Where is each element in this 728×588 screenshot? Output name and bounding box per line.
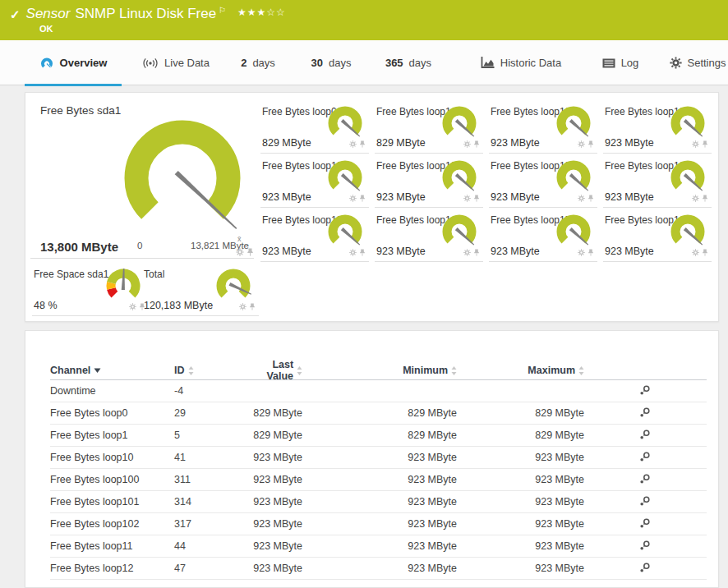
- tab-log[interactable]: Log: [597, 40, 644, 85]
- gauge-settings-gear-icon[interactable]: [692, 195, 699, 202]
- gauge-pin-icon[interactable]: [359, 195, 366, 202]
- gauge-settings-gear-icon[interactable]: [349, 140, 357, 148]
- sort-icon[interactable]: [578, 366, 584, 375]
- table-row: Free Bytes loop12 47 923 MByte 923 MByte…: [50, 558, 707, 580]
- sort-icon[interactable]: [451, 366, 457, 375]
- gauge-pin-icon[interactable]: [473, 195, 480, 202]
- channel-settings-icon[interactable]: [639, 429, 651, 443]
- sort-icon[interactable]: [297, 366, 302, 375]
- channel-name: Free Bytes loop11: [50, 540, 174, 552]
- log-icon: [602, 58, 615, 68]
- gauge-settings-gear-icon[interactable]: [578, 249, 585, 256]
- gauge-settings-gear-icon[interactable]: [129, 303, 136, 310]
- gauge-pin-icon[interactable]: [247, 248, 254, 256]
- tab-number: 30: [311, 57, 323, 69]
- gauge-chart: [326, 214, 364, 250]
- gauge-settings-gear-icon[interactable]: [463, 249, 471, 256]
- gauge-pin-icon[interactable]: [702, 195, 708, 202]
- channel-last-value: 829 MByte: [243, 407, 302, 419]
- gauge-chart: [104, 269, 142, 305]
- gauge-chart: [440, 214, 478, 250]
- status-badge: OK: [39, 24, 53, 34]
- gauge-settings-gear-icon[interactable]: [578, 195, 585, 202]
- gauge-cell-loop101: Free Bytes loop101 923 MByte: [260, 155, 369, 208]
- gauge-cell-loop13: Free Bytes loop13 923 MByte: [260, 209, 369, 262]
- gauge-cell-loop10: Free Bytes loop10 923 MByte: [489, 101, 597, 154]
- channel-settings-icon[interactable]: [639, 540, 651, 554]
- sensor-header: ✓ Sensor SNMP Linux Disk Free ⚐ ★★★☆☆ OK: [0, 0, 728, 40]
- tab-label: Log: [621, 57, 639, 69]
- sort-desc-icon[interactable]: [94, 368, 101, 373]
- col-header-label: Minimum: [403, 365, 448, 376]
- table-row: Free Bytes loop10 41 923 MByte 923 MByte…: [50, 447, 707, 469]
- channel-id: 41: [174, 452, 243, 463]
- stars-empty[interactable]: ☆☆: [266, 7, 286, 18]
- gauge-pin-icon[interactable]: [473, 249, 480, 256]
- main-gauge-chart: x̄: [117, 113, 265, 256]
- channel-settings-icon[interactable]: [639, 495, 651, 509]
- stars-filled[interactable]: ★★★: [237, 7, 266, 18]
- gauge-pin-icon[interactable]: [473, 140, 480, 148]
- channel-settings-icon[interactable]: [639, 473, 651, 487]
- channel-maximum: 923 MByte: [457, 540, 584, 552]
- channel-settings-icon[interactable]: [639, 407, 651, 420]
- tab-30-days[interactable]: 30 days: [307, 40, 355, 85]
- gauge-pin-icon[interactable]: [587, 249, 594, 256]
- tab-number: 365: [385, 57, 403, 69]
- tab-live-data[interactable]: Live Data: [138, 40, 214, 85]
- gauge-settings-gear-icon[interactable]: [578, 140, 585, 148]
- channel-maximum: 923 MByte: [457, 452, 584, 463]
- col-header-channel[interactable]: Channel: [50, 365, 174, 376]
- gauge-settings-gear-icon[interactable]: [463, 195, 471, 202]
- channel-settings-icon[interactable]: [639, 451, 651, 465]
- channel-id: 44: [174, 540, 243, 552]
- table-row: Free Bytes loop1 5 829 MByte 829 MByte 8…: [50, 425, 707, 447]
- channel-settings-icon[interactable]: [639, 562, 651, 576]
- gauge-settings-gear-icon[interactable]: [692, 249, 699, 256]
- gauge-chart: [669, 160, 707, 196]
- gauge-pin-icon[interactable]: [359, 249, 366, 256]
- channel-settings-icon[interactable]: [639, 517, 651, 531]
- gauge-settings-gear-icon[interactable]: [236, 248, 244, 256]
- channel-name: Free Bytes loop12: [50, 563, 174, 574]
- gauge-settings-gear-icon[interactable]: [239, 303, 247, 310]
- tab-2-days[interactable]: 2 days: [237, 40, 279, 85]
- gauge-cell-loop1: Free Bytes loop1 829 MByte: [375, 101, 483, 154]
- col-header-minimum[interactable]: Minimum: [302, 365, 457, 376]
- tab-label: days: [409, 57, 431, 69]
- tab-settings[interactable]: Settings: [667, 40, 728, 85]
- channel-last-value: 923 MByte: [243, 540, 302, 552]
- gauge-settings-gear-icon[interactable]: [349, 195, 357, 202]
- gauge-pin-icon[interactable]: [702, 249, 708, 256]
- gauge-chart: [669, 214, 707, 250]
- gauge-cell-free-space: Free Space sda1 48 %: [32, 264, 149, 316]
- gauge-chart: [214, 269, 252, 305]
- channel-settings-icon[interactable]: [639, 384, 651, 398]
- priority-stars[interactable]: ★★★☆☆: [237, 7, 286, 18]
- tab-overview[interactable]: Overview: [25, 40, 122, 85]
- gauge-pin-icon[interactable]: [587, 140, 594, 148]
- gauge-settings-gear-icon[interactable]: [463, 140, 471, 148]
- col-header-maximum[interactable]: Maximum: [457, 365, 584, 376]
- gauge-settings-gear-icon[interactable]: [692, 140, 699, 148]
- gauge-pin-icon[interactable]: [587, 195, 594, 202]
- flag-icon[interactable]: ⚐: [219, 6, 226, 15]
- tab-label: Settings: [688, 57, 726, 69]
- channel-last-value: 923 MByte: [243, 496, 302, 508]
- gauge-pin-icon[interactable]: [359, 140, 366, 148]
- gauge-title: Free Space sda1: [34, 269, 108, 280]
- gauge-pin-icon[interactable]: [249, 303, 256, 310]
- channel-minimum: 829 MByte: [302, 407, 457, 419]
- sort-icon[interactable]: [188, 366, 194, 375]
- channel-name: Downtime: [50, 385, 174, 397]
- channel-name: Free Bytes loop0: [50, 407, 174, 419]
- gauge-settings-gear-icon[interactable]: [349, 249, 357, 256]
- gauge-pin-icon[interactable]: [702, 140, 708, 148]
- tab-365-days[interactable]: 365 days: [381, 40, 435, 85]
- channel-minimum: 923 MByte: [302, 496, 457, 508]
- channel-id: 314: [174, 496, 243, 508]
- status-check-icon: ✓: [10, 7, 21, 22]
- tab-historic-data[interactable]: Historic Data: [475, 40, 567, 85]
- col-header-id[interactable]: ID: [174, 365, 243, 376]
- col-header-last-value[interactable]: Last Value: [243, 359, 302, 382]
